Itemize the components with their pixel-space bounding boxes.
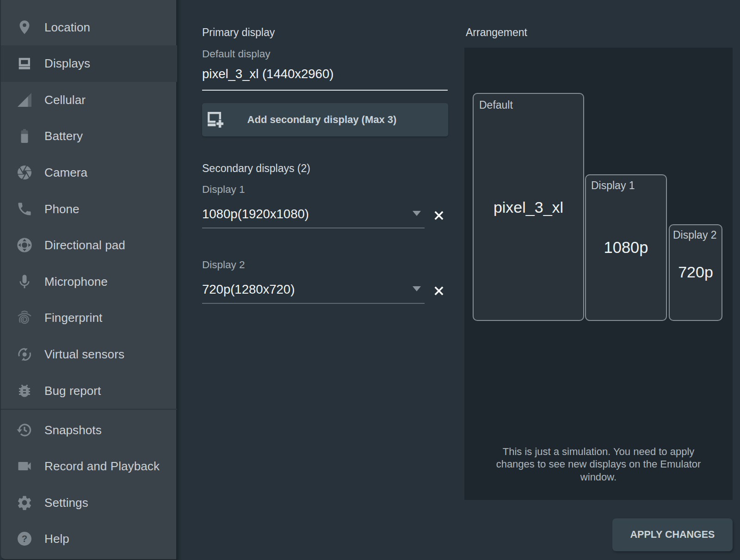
svg-text:?: ?: [22, 534, 27, 544]
